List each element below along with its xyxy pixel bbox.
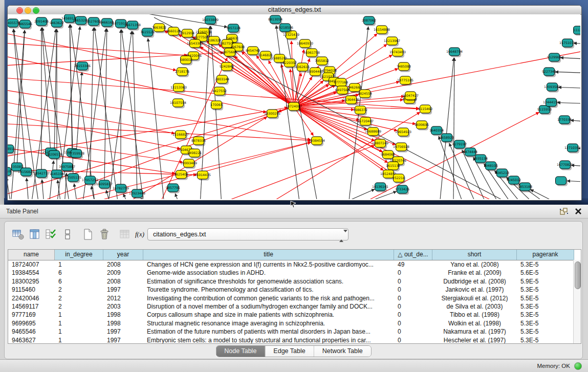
citation-edge-black[interactable]	[27, 178, 29, 199]
table-cell[interactable]: 0	[394, 336, 432, 344]
table-cell[interactable]: 5.9E-5	[517, 277, 574, 286]
graph-node[interactable]: 8878335	[191, 137, 206, 146]
column-header-in_degree[interactable]: in_degree	[55, 250, 103, 260]
citation-edge-black[interactable]	[567, 181, 580, 182]
citation-edge-black[interactable]	[122, 30, 144, 199]
graph-node[interactable]: 9875685	[223, 48, 237, 58]
table-cell[interactable]: 6	[55, 277, 103, 286]
graph-node[interactable]	[556, 177, 568, 186]
graph-node[interactable]: 7986372	[353, 106, 367, 116]
table-cell[interactable]: 9463627	[8, 336, 55, 344]
graph-node[interactable]: 7857224	[226, 24, 241, 34]
citation-edge-black[interactable]	[148, 38, 164, 199]
table-row[interactable]: 1872400712008Changes of HCN gene express…	[8, 260, 581, 269]
citation-edge-red[interactable]	[294, 106, 397, 130]
float-panel-icon[interactable]	[559, 207, 569, 216]
table-row[interactable]: 1938455462009Genome-wide association stu…	[8, 269, 581, 277]
graph-node[interactable]: 9129966	[547, 53, 561, 63]
graph-node[interactable]: 2803144	[215, 75, 229, 85]
table-cell[interactable]: 9777169	[8, 311, 55, 319]
graph-node[interactable]: 8454749	[246, 47, 260, 56]
column-header-pagerank[interactable]: pagerank	[517, 250, 574, 260]
table-cell[interactable]: Tourette syndrome. Phenomenology and cla…	[143, 286, 394, 294]
graph-node[interactable]: 10688609	[365, 127, 381, 137]
citation-edge-black[interactable]	[133, 31, 137, 193]
table-cell[interactable]: 1	[55, 260, 103, 269]
table-cell[interactable]: 2012	[103, 294, 143, 302]
citation-edge-black[interactable]	[175, 193, 180, 199]
table-cell[interactable]: Hescheler et al. (1997)	[432, 336, 517, 344]
citation-edge-red[interactable]	[294, 106, 383, 170]
network-graph-canvas[interactable]: 1872400776638229660128891295422260538927…	[8, 14, 580, 199]
table-cell[interactable]: 1	[55, 319, 103, 327]
select-all-columns-icon[interactable]	[45, 228, 58, 241]
table-cell[interactable]: Structural magnetic resonance image aver…	[143, 319, 394, 327]
graph-node[interactable]: 16770821	[557, 161, 573, 170]
graph-node[interactable]: 9658923	[440, 134, 454, 143]
table-cell[interactable]: 5.3E-5	[517, 319, 574, 327]
table-cell[interactable]: Disruption of a novel member of a sodium…	[143, 302, 394, 311]
table-cell[interactable]: 2008	[103, 260, 143, 269]
citation-edge-black[interactable]	[571, 120, 580, 122]
citation-edge-black[interactable]	[338, 189, 375, 199]
graph-node[interactable]: 1527602	[86, 17, 101, 27]
graph-node[interactable]: 9853188	[518, 183, 532, 192]
graph-node[interactable]: 12710354	[564, 144, 580, 154]
citation-edge-black[interactable]	[123, 194, 128, 199]
table-cell[interactable]: 9699695	[8, 319, 55, 327]
graph-node[interactable]: 12213363	[170, 83, 187, 93]
graph-node[interactable]: 19384554	[309, 137, 325, 146]
table-cell[interactable]: 0	[394, 327, 432, 336]
table-cell[interactable]: 1998	[103, 319, 143, 327]
table-cell[interactable]: 0	[394, 269, 432, 277]
table-cell[interactable]: 5.5E-5	[517, 294, 574, 302]
graph-node[interactable]: 12505135	[65, 173, 81, 183]
graph-node[interactable]: 16154808	[374, 26, 390, 35]
table-options-icon[interactable]	[12, 228, 25, 241]
table-cell[interactable]: 0	[394, 286, 432, 294]
graph-node[interactable]: 12093582	[544, 83, 560, 93]
table-cell[interactable]: 2	[55, 302, 103, 311]
graph-node[interactable]: 16914435	[194, 171, 211, 181]
table-cell[interactable]: 1	[55, 311, 103, 319]
table-row[interactable]: 977716911998Corpus callosum shape and si…	[8, 311, 581, 319]
table-cell[interactable]: 2008	[103, 277, 143, 286]
function-builder-icon[interactable]: f(x)	[135, 228, 148, 241]
citation-edge-black[interactable]	[560, 58, 580, 59]
citation-edge-red[interactable]	[8, 123, 311, 140]
graph-node[interactable]: 1948105	[484, 162, 498, 171]
graph-node[interactable]: 16648794	[446, 48, 463, 57]
graph-node[interactable]: 31891	[8, 145, 15, 155]
citation-edge-black[interactable]	[558, 87, 580, 89]
graph-node[interactable]: 2718176	[175, 68, 189, 77]
graph-node[interactable]: 7615526	[140, 28, 155, 38]
table-cell[interactable]: 9465546	[8, 327, 55, 336]
graph-node[interactable]: 6466161	[100, 18, 114, 28]
graph-node[interactable]: 19743493	[389, 48, 406, 58]
graph-node[interactable]: 18107554	[170, 99, 186, 108]
citation-edge-black[interactable]	[8, 178, 11, 199]
graph-node[interactable]: 7625402	[174, 170, 188, 180]
citation-edge-black[interactable]	[82, 29, 106, 199]
table-cell[interactable]: 19384554	[8, 269, 55, 277]
table-cell[interactable]: 9115460	[8, 286, 55, 294]
table-cell[interactable]: Yano et al. (2008)	[432, 260, 517, 269]
table-cell[interactable]: 1	[55, 327, 103, 336]
table-cell[interactable]: Embryonic stem cells: a model to study s…	[143, 336, 394, 344]
citation-edge-red[interactable]	[294, 73, 301, 106]
table-cell[interactable]: 0	[394, 319, 432, 327]
table-row[interactable]: 1456911722003Disruption of a novel membe…	[8, 302, 581, 311]
table-cell[interactable]: 2	[55, 286, 103, 294]
graph-node[interactable]: 9115460	[418, 105, 432, 115]
graph-node[interactable]: 9463627	[50, 19, 64, 29]
graph-node[interactable]: 18775105	[397, 76, 413, 86]
citation-edge-black[interactable]	[74, 184, 77, 199]
table-scrollbar[interactable]	[573, 260, 581, 343]
graph-node[interactable]: 18640910	[297, 39, 313, 49]
table-cell[interactable]: 1997	[103, 286, 143, 294]
graph-node[interactable]: 1733426	[395, 185, 409, 195]
graph-node[interactable]: 7955812	[315, 57, 329, 67]
unselect-all-columns-icon[interactable]	[61, 228, 74, 241]
graph-node[interactable]: 9699695	[415, 121, 429, 130]
graph-node[interactable]: 15166827	[172, 130, 189, 140]
